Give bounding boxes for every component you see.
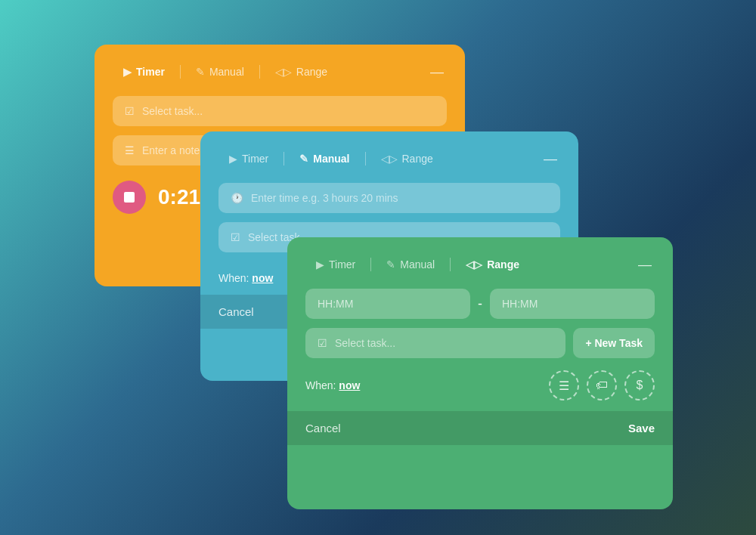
tab-manual-green[interactable]: ✎ Manual [376,254,445,275]
manual-icon-green: ✎ [386,258,395,271]
tab-range-orange[interactable]: ◁▷ Range [265,61,338,82]
manual-icon-blue: ✎ [299,153,308,165]
when-now-link-green[interactable]: now [339,379,360,391]
save-button-green[interactable]: Save [628,422,655,434]
notes-icon-btn-green[interactable]: ☰ [549,370,579,400]
range-row-green: HH:MM - HH:MM [305,289,655,319]
time-entry-field-blue[interactable]: 🕐 Enter time e.g. 3 hours 20 mins [218,183,560,213]
task-row-green: ☑ Select task... + New Task [305,328,655,358]
task-icon-green: ☑ [318,337,327,349]
when-now-link-blue[interactable]: now [252,272,273,284]
scene: ▶ Timer ✎ Manual ◁▷ Range — ☑ Select tas… [83,33,673,502]
tab-timer-green[interactable]: ▶ Timer [305,254,366,275]
range-icon-orange: ◁▷ [275,66,292,78]
billing-icon-btn-green[interactable]: $ [624,370,655,400]
cancel-button-green[interactable]: Cancel [305,422,341,434]
divider-1-orange [180,65,181,79]
minimize-orange[interactable]: — [427,64,447,80]
minimize-blue[interactable]: — [541,151,560,167]
tab-bar-blue: ▶ Timer ✎ Manual ◁▷ Range — [218,148,560,169]
tab-timer-blue[interactable]: ▶ Timer [218,148,279,169]
manual-icon-orange: ✎ [196,66,205,78]
minimize-green[interactable]: — [635,257,655,273]
divider-2-blue [365,152,366,165]
task-icon-orange: ☑ [125,105,135,117]
footer-green: Cancel Save [287,411,673,445]
when-row-green: When: now [305,379,360,391]
divider-1-blue [284,152,284,165]
stop-button-orange[interactable] [113,181,146,214]
timer-icon-green: ▶ [316,258,324,271]
range-from-green[interactable]: HH:MM [305,289,470,319]
range-dash-green: - [478,296,482,312]
tab-bar-green: ▶ Timer ✎ Manual ◁▷ Range — [305,254,655,275]
timer-icon-orange: ▶ [123,66,132,78]
timer-icon-blue: ▶ [229,153,237,165]
tab-range-blue[interactable]: ◁▷ Range [370,148,444,169]
clock-icon-blue: 🕐 [231,192,243,204]
range-to-green[interactable]: HH:MM [490,289,655,319]
range-icon-blue: ◁▷ [381,153,398,165]
new-task-button-green[interactable]: + New Task [573,328,655,358]
tag-icon-btn-green[interactable]: 🏷 [587,370,617,400]
tab-manual-orange[interactable]: ✎ Manual [185,61,255,82]
divider-2-green [450,258,451,271]
select-task-field-green[interactable]: ☑ Select task... [305,328,565,358]
tab-timer-orange[interactable]: ▶ Timer [113,61,175,82]
tab-manual-blue[interactable]: ✎ Manual [289,148,360,169]
divider-1-green [370,258,371,271]
task-icon-blue: ☑ [231,231,240,243]
when-icons-row-green: When: now ☰ 🏷 $ [305,367,655,411]
tab-bar-orange: ▶ Timer ✎ Manual ◁▷ Range — [113,61,447,82]
divider-2-orange [259,65,260,79]
note-icon-orange: ☰ [125,144,135,156]
card-green: ▶ Timer ✎ Manual ◁▷ Range — HH:MM - HH:M… [287,237,673,509]
stop-icon-orange [124,192,135,203]
tab-range-green[interactable]: ◁▷ Range [455,254,530,275]
select-task-field-orange[interactable]: ☑ Select task... [113,96,447,126]
icon-buttons-green: ☰ 🏷 $ [549,370,655,400]
range-icon-green: ◁▷ [466,258,482,271]
cancel-button-blue[interactable]: Cancel [218,305,254,318]
